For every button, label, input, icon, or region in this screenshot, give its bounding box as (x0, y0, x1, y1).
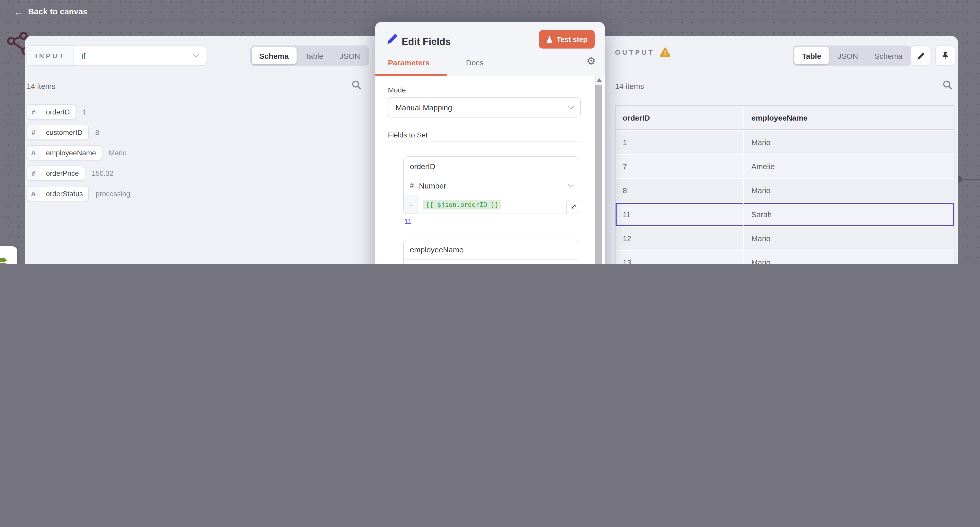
input-schema-list: # orderID 1 # customerID 8 A employeeNam… (27, 104, 130, 201)
number-type-icon: # (27, 166, 40, 180)
schema-field-pill-orderstatus[interactable]: A orderStatus (27, 186, 89, 201)
output-tab-schema[interactable]: Schema (867, 47, 910, 64)
modal-header: Edit Fields Test step Parameters Docs ⚙ (375, 22, 605, 76)
input-items-count: 14 items (27, 82, 56, 90)
output-items-count: 14 items (615, 82, 644, 90)
number-type-icon: # (27, 125, 40, 139)
column-header-orderid: orderID (616, 106, 744, 129)
open-expression-editor-button[interactable] (566, 201, 579, 214)
schema-field-pill-customerid[interactable]: # customerID (27, 125, 89, 140)
edit-fields-modal: Edit Fields Test step Parameters Docs ⚙ … (375, 22, 605, 264)
schema-field-value: processing (96, 190, 130, 198)
input-tab-json[interactable]: JSON (332, 47, 368, 64)
schema-field-name: orderPrice (40, 166, 84, 180)
input-node-selector[interactable]: INPUT If (27, 45, 206, 66)
cell-employeename: Sarah (744, 203, 954, 226)
schema-field-pill-orderid[interactable]: # orderID (27, 104, 76, 120)
pencil-icon (916, 51, 925, 60)
pin-data-button[interactable] (935, 45, 956, 66)
input-tab-table[interactable]: Table (298, 47, 331, 64)
test-step-label: Test step (557, 35, 587, 43)
schema-field-row: A orderStatus processing (27, 186, 130, 201)
expression-input[interactable]: {{ $json.orderID }} (418, 195, 501, 214)
field-name-input[interactable]: orderID (404, 157, 579, 176)
input-search-icon[interactable] (351, 80, 362, 90)
chevron-down-icon (568, 104, 574, 109)
cell-orderid: 11 (616, 203, 744, 226)
schema-field-value: 1 (83, 108, 86, 116)
back-to-canvas-label: Back to canvas (28, 7, 88, 16)
modal-scrollbar-thumb[interactable] (595, 85, 602, 264)
field-type-select[interactable]: # Number (404, 176, 579, 195)
output-table-header: orderID employeeName (616, 106, 954, 130)
schema-field-value: 8 (95, 128, 99, 136)
string-type-icon: A (27, 187, 40, 201)
table-row: 1 Mario (616, 130, 954, 154)
schema-field-value: Mario (109, 149, 127, 157)
cell-orderid: 8 (616, 179, 744, 202)
schema-field-name: employeeName (40, 145, 102, 160)
gear-icon[interactable]: ⚙ (587, 56, 596, 66)
field-card-orderid: orderID # Number = {{ $json.orderID }} (403, 157, 579, 214)
back-to-canvas-button[interactable]: ← Back to canvas (14, 7, 88, 17)
expression-equals-prefix: = (404, 195, 418, 214)
schema-field-name: orderStatus (40, 187, 89, 201)
expression-result-preview: 11 (404, 217, 412, 225)
schema-field-pill-employeename[interactable]: A employeeName (27, 145, 102, 160)
arrow-left-icon: ← (14, 7, 24, 17)
cell-orderid: 7 (616, 155, 744, 178)
table-row: 12 Mario (616, 226, 954, 250)
table-row: 8 Mario (616, 178, 954, 202)
table-row: 7 Amelie (616, 154, 954, 178)
tab-docs[interactable]: Docs (466, 58, 484, 67)
number-type-icon: # (27, 105, 40, 119)
test-step-button[interactable]: Test step (539, 30, 595, 48)
schema-field-row: # customerID 8 (27, 125, 130, 140)
edit-output-button[interactable] (911, 45, 931, 66)
schema-field-name: customerID (40, 125, 88, 139)
expand-expression-icon (570, 204, 576, 211)
output-header: OUTPUT (615, 47, 671, 57)
schema-field-name: orderID (40, 105, 75, 119)
output-view-tabs: Table JSON Schema (793, 45, 912, 66)
cell-employeename: Mario (744, 227, 954, 250)
field-type-select[interactable]: A String (404, 260, 579, 264)
cell-employeename: Mario (744, 251, 954, 264)
schema-field-value: 150.32 (92, 169, 114, 177)
field-name-input[interactable]: employeeName (404, 240, 579, 260)
cell-employeename: Mario (744, 131, 954, 154)
scroll-up-arrow-icon[interactable] (597, 78, 602, 82)
table-row: 13 Mario (616, 250, 954, 264)
field-card-employeename: employeeName A String = {{ $json.employe… (403, 240, 579, 264)
pin-icon (941, 51, 950, 60)
fields-to-set-label: Fields to Set (388, 131, 428, 139)
edit-fields-node-icon (387, 33, 399, 45)
output-search-icon[interactable] (942, 80, 953, 90)
divider (388, 141, 581, 142)
output-tab-json[interactable]: JSON (830, 47, 865, 64)
table-row-highlighted: 11 Sarah (616, 202, 954, 226)
cell-orderid: 13 (616, 251, 744, 264)
input-tab-schema[interactable]: Schema (251, 47, 296, 64)
flask-icon (546, 35, 552, 43)
schema-field-pill-orderprice[interactable]: # orderPrice (27, 166, 85, 181)
output-table: orderID employeeName 1 Mario 7 Amelie 8 … (615, 105, 955, 264)
input-label: INPUT (27, 46, 74, 65)
cell-orderid: 1 (616, 131, 744, 154)
column-header-employeename: employeeName (744, 106, 954, 129)
mode-label: Mode (388, 86, 406, 94)
cell-employeename: Mario (744, 179, 954, 202)
input-view-tabs: Schema Table JSON (250, 45, 369, 66)
output-label: OUTPUT (615, 48, 655, 56)
mode-select[interactable]: Manual Mapping (388, 97, 581, 118)
field-expression-row: = {{ $json.orderID }} (404, 195, 579, 214)
modal-title: Edit Fields (402, 36, 451, 48)
top-bar: ← Back to canvas (0, 0, 980, 24)
input-node-stub-if[interactable] (0, 246, 18, 264)
tab-parameters[interactable]: Parameters (388, 58, 430, 67)
input-node-selector-value: If (74, 46, 194, 65)
string-type-icon: A (27, 145, 40, 160)
cell-orderid: 12 (616, 227, 744, 250)
output-tab-table[interactable]: Table (794, 47, 829, 64)
schema-field-row: # orderID 1 (27, 104, 130, 120)
